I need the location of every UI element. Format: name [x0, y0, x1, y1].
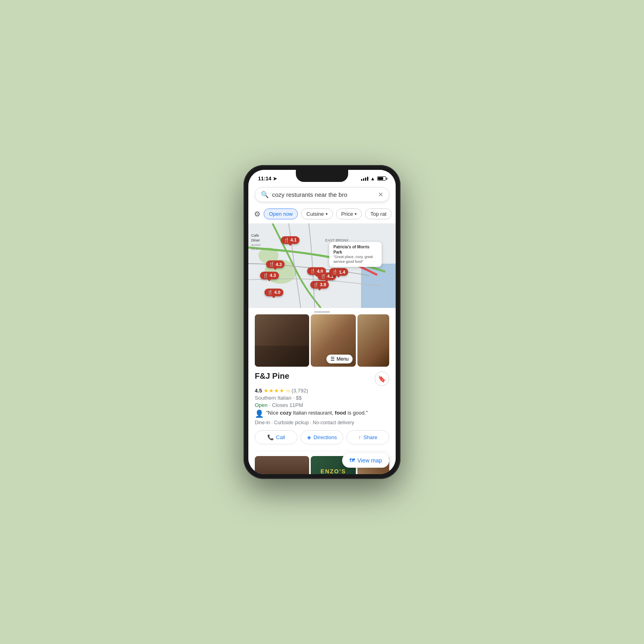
time-display: 11:14 [258, 175, 271, 182]
call-label: Call [276, 434, 285, 440]
restaurant-pin-icon: 🍴 [267, 290, 273, 295]
directions-label: Directions [314, 434, 337, 440]
cuisine-chevron-icon: ▾ [326, 212, 328, 216]
price-chevron-icon: ▾ [355, 212, 357, 216]
restaurant-pin-icon: 🍴 [284, 237, 289, 243]
hours-info: Open · Closes 11PM [255, 402, 389, 408]
restaurant-card: ☰ Menu F&J Pine 🔖 4.5 [248, 314, 396, 451]
filter-cuisine[interactable]: Cuisine ▾ [301, 208, 332, 219]
menu-icon: ☰ [330, 356, 335, 362]
restaurant-pin-icon: 🍴 [313, 282, 319, 287]
filter-adjust-icon[interactable]: ⚙ [254, 210, 260, 219]
filter-top-rated[interactable]: Top rat [365, 208, 392, 219]
map-view[interactable]: 95 EAST BRONX 🍴 4.1 [248, 223, 396, 308]
map-pin-7[interactable]: 🍴 3.9 [310, 281, 329, 289]
filter-cuisine-label: Cuisine [306, 211, 324, 217]
directions-icon: ◈ [307, 434, 311, 440]
pin-rating: 4.1 [291, 237, 297, 242]
review-section: 👤 "Nice cozy Italian restaurant, food is… [255, 409, 389, 418]
half-star-icon: ½ [286, 388, 290, 393]
filter-price-label: Price [341, 211, 353, 217]
notch [296, 170, 348, 182]
map-pin-3[interactable]: 🍴 4.3 [260, 272, 279, 279]
pin-rating: 4.3 [276, 262, 282, 267]
filter-open-now-label: Open now [269, 211, 293, 217]
open-status: Open [255, 402, 268, 408]
signal-icon [361, 177, 368, 181]
bookmark-icon: 🔖 [378, 375, 386, 383]
photo-secondary[interactable]: ☰ Menu [311, 314, 356, 367]
map-pin-1[interactable]: 🍴 4.1 [281, 236, 299, 244]
restaurant-pin-icon: 🍴 [332, 269, 338, 275]
search-input[interactable]: cozy resturants near the bro [272, 191, 375, 198]
next-photo-main [255, 456, 309, 474]
review-text: "Nice cozy Italian restaurant, food is g… [266, 409, 368, 417]
person-icon: 👤 [255, 409, 264, 418]
bookmark-button[interactable]: 🔖 [375, 372, 389, 386]
photo-main[interactable] [255, 314, 309, 367]
filter-top-rated-label: Top rat [370, 211, 386, 217]
callout-name: Patricia's of Morris Park [333, 244, 378, 255]
cuisine-info: Southern Italian · $$ [255, 395, 389, 401]
pin-rating: 3.9 [320, 282, 326, 287]
share-button[interactable]: ↑ Share [347, 430, 389, 444]
star-icons: ★★★★ [264, 388, 285, 394]
share-label: Share [363, 434, 378, 440]
pin-rating: 1.4 [339, 270, 345, 275]
phone-screen: 11:14 ➤ ▲ 🔍 cozy resturants near [248, 170, 396, 474]
restaurant-name: F&J Pine [255, 372, 289, 381]
wifi-icon: ▲ [370, 176, 375, 182]
callout-bubble[interactable]: Patricia's of Morris Park "Great place, … [329, 242, 382, 266]
search-icon: 🔍 [261, 191, 269, 198]
share-icon: ↑ [358, 434, 361, 440]
view-map-label: View map [357, 457, 382, 464]
drag-handle[interactable] [248, 308, 396, 314]
services-info: Dine-in · Curbside pickup · No-contact d… [255, 420, 389, 425]
pin-rating: 4.3 [270, 273, 276, 278]
filter-price[interactable]: Price ▾ [336, 208, 362, 219]
drag-pill [314, 311, 330, 313]
filter-open-now[interactable]: Open now [264, 208, 298, 219]
view-map-button[interactable]: 🗺 View map [342, 453, 389, 468]
restaurant-pin-icon: 🍴 [263, 273, 268, 278]
map-pin-8[interactable]: 🍴 4.0 [264, 289, 283, 296]
restaurant-pin-icon: 🍴 [310, 268, 316, 274]
call-icon: 📞 [267, 434, 274, 440]
photo-gallery: ☰ Menu [255, 314, 389, 367]
location-icon: ➤ [273, 176, 277, 182]
directions-button[interactable]: ◈ Directions [301, 430, 343, 444]
map-background: 95 EAST BRONX 🍴 4.1 [248, 223, 396, 308]
restaurant-pin-icon: 🍴 [269, 262, 275, 267]
photo-third[interactable] [357, 314, 389, 367]
battery-icon [377, 176, 386, 181]
call-button[interactable]: 📞 Call [255, 430, 297, 444]
cuisine-text: Southern Italian · $$ [255, 395, 301, 401]
search-bar[interactable]: 🔍 cozy resturants near the bro ✕ [255, 187, 389, 202]
menu-badge[interactable]: ☰ Menu [326, 355, 353, 363]
callout-review: "Great place, cozy, great service good f… [333, 255, 378, 264]
map-pin-2[interactable]: 🍴 4.3 [266, 260, 285, 268]
pin-rating: 4.0 [274, 290, 280, 295]
map-icon: 🗺 [349, 457, 355, 464]
phone-frame: 11:14 ➤ ▲ 🔍 cozy resturants near [244, 165, 400, 479]
rating-count: (3,792) [291, 388, 308, 394]
search-container: 🔍 cozy resturants near the bro ✕ [248, 184, 396, 206]
menu-badge-label: Menu [336, 356, 349, 362]
rating-score: 4.5 [255, 388, 262, 394]
cafe-diner-label: Cafe Diner aurant nd it..." [251, 233, 261, 251]
results-container: ☰ Menu F&J Pine 🔖 4.5 [248, 308, 396, 474]
close-time: · [269, 402, 272, 408]
restaurant-header: F&J Pine 🔖 [255, 372, 389, 386]
clear-search-button[interactable]: ✕ [378, 191, 383, 198]
restaurant-pin-icon: 🍴 [320, 274, 326, 279]
closing-time: Closes 11PM [272, 402, 303, 408]
rating-row: 4.5 ★★★★ ½ (3,792) [255, 388, 389, 394]
map-pin-6[interactable]: 🍴 1.4 [329, 268, 348, 276]
filter-bar: ⚙ Open now Cuisine ▾ Price ▾ Top rat [248, 206, 396, 223]
action-buttons: 📞 Call ◈ Directions ↑ Share [255, 430, 389, 444]
